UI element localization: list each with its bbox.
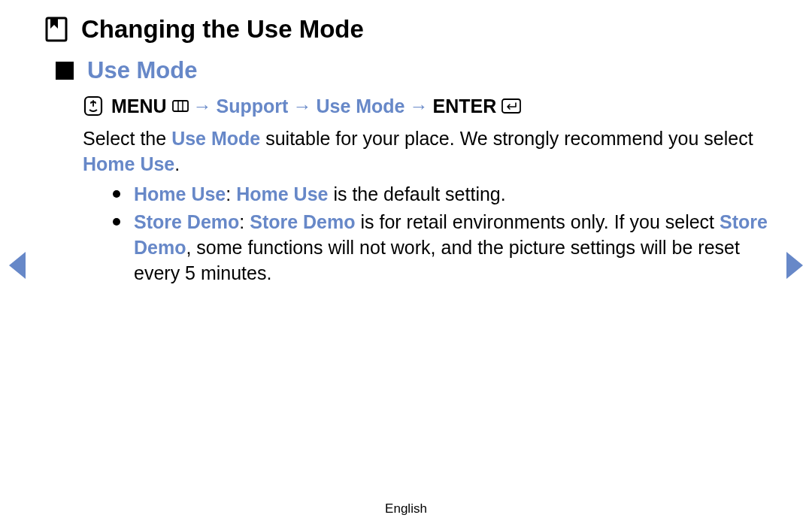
store-demo-term: Store Demo — [134, 211, 239, 232]
support-label: Support — [217, 95, 289, 117]
text-fragment: : — [239, 211, 250, 232]
menu-label: MENU — [111, 95, 167, 117]
section-title: Use Mode — [87, 57, 197, 84]
list-item: Home Use: Home Use is the default settin… — [113, 182, 774, 207]
chapter-title: Changing the Use Mode — [81, 15, 364, 44]
text-fragment: , some functions will not work, and the … — [134, 237, 740, 283]
text-fragment: is for retail environments only. If you … — [356, 211, 720, 232]
list-item: Store Demo: Store Demo is for retail env… — [113, 210, 774, 286]
arrow-separator: → — [410, 95, 429, 117]
remote-icon — [83, 95, 104, 117]
arrow-separator: → — [193, 95, 212, 117]
enter-button-icon — [501, 98, 521, 114]
text-fragment: . — [174, 153, 180, 174]
square-bullet-icon — [56, 62, 74, 80]
menu-navigation-path: MENU → Support → Use Mode → ENTER — [83, 95, 774, 117]
text-fragment: is the default setting. — [328, 183, 505, 204]
svg-rect-5 — [502, 99, 520, 113]
prev-page-arrow[interactable] — [9, 252, 26, 279]
use-mode-label: Use Mode — [316, 95, 404, 117]
home-use-term: Home Use — [236, 183, 328, 204]
arrow-separator: → — [292, 95, 311, 117]
home-use-term: Home Use — [134, 183, 226, 204]
options-list: Home Use: Home Use is the default settin… — [113, 182, 774, 286]
next-page-arrow[interactable] — [786, 252, 803, 279]
text-fragment: suitable for your place. We strongly rec… — [260, 128, 753, 149]
chapter-header: Changing the Use Mode — [45, 15, 774, 44]
menu-button-icon — [172, 100, 189, 112]
home-use-term: Home Use — [83, 153, 174, 174]
use-mode-term: Use Mode — [171, 128, 260, 149]
svg-rect-2 — [173, 101, 188, 111]
footer-language: English — [0, 501, 812, 516]
bookmark-icon — [45, 17, 68, 42]
text-fragment: : — [226, 183, 236, 204]
enter-label: ENTER — [433, 95, 497, 117]
text-fragment: Select the — [83, 128, 171, 149]
intro-paragraph: Select the Use Mode suitable for your pl… — [83, 126, 774, 177]
store-demo-term: Store Demo — [250, 211, 355, 232]
section-header: Use Mode — [45, 57, 774, 84]
